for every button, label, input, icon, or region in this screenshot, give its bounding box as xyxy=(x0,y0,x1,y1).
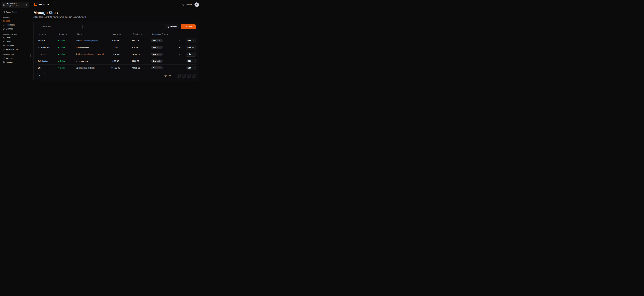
sidebar-item-shareable-links[interactable]: Shareable Links xyxy=(2,48,29,52)
sidebar-item-label: Sites xyxy=(6,20,10,22)
sidebar-resize-handle[interactable] xyxy=(30,54,30,57)
online-status-dot xyxy=(58,40,59,41)
data-in-cell: 12.65 GB xyxy=(112,60,132,62)
ellipsis-icon: ⋯ xyxy=(179,67,181,69)
online-status-dot xyxy=(58,61,59,62)
sidebar-item-users[interactable]: Users xyxy=(2,36,29,40)
sidebar-item-resources[interactable]: Resources xyxy=(2,23,29,27)
user-icon xyxy=(2,40,5,43)
page-size-select[interactable]: 20 xyxy=(37,73,45,78)
sidebar-item-label: API Keys xyxy=(6,57,14,60)
connection-type-version: v1.3.2 xyxy=(157,67,162,69)
sidebar-item-roles[interactable]: Roles xyxy=(2,40,29,44)
refresh-icon xyxy=(167,26,169,28)
site-name-cell: Home Lab xyxy=(38,53,58,55)
edit-label: Edit xyxy=(188,53,191,55)
site-name-cell: Jeff's Laptop xyxy=(38,60,58,62)
site-id-cell: vivacious-little-blue-penguin xyxy=(76,40,112,42)
online-status-label: Online xyxy=(60,40,65,42)
column-header-data-out[interactable]: Data Out xyxy=(132,32,144,36)
previous-page-button[interactable]: ‹ xyxy=(182,74,186,78)
add-site-button[interactable]: Add Site xyxy=(181,24,196,29)
connection-type-cell: Newt v1.3.2 xyxy=(151,46,177,49)
next-page-button[interactable]: › xyxy=(187,74,190,78)
column-label: Data In xyxy=(112,33,118,35)
org-selector-text: Organization milo@fossorial.io's ... xyxy=(6,3,24,7)
section-title-access-control: ACCESS CONTROL xyxy=(2,33,28,35)
edit-button[interactable]: Edit xyxy=(186,52,196,56)
connection-type-name: Newt xyxy=(153,53,156,55)
sidebar-item-sites[interactable]: Sites xyxy=(2,19,29,23)
add-site-label: Add Site xyxy=(186,26,194,28)
column-label: Online xyxy=(59,33,64,35)
column-header-site[interactable]: Site xyxy=(76,32,83,36)
online-status-dot xyxy=(58,47,59,48)
row-menu-button[interactable]: ⋯ xyxy=(178,66,182,70)
sidebar-item-invitations[interactable]: Invitations xyxy=(2,44,29,48)
brand[interactable]: PANGOLIN xyxy=(34,3,49,6)
card-footer: 20 Page 1 of 1 « ‹ › » xyxy=(37,73,196,78)
online-status-label: Online xyxy=(60,46,65,48)
connection-type-version: v1.3.2 xyxy=(157,40,162,42)
sites-card: Refresh Add Site Name xyxy=(34,21,199,81)
app-root: Organization milo@fossorial.io's ... Ser… xyxy=(0,0,202,92)
card-toolbar: Refresh Add Site xyxy=(37,24,196,29)
refresh-label: Refresh xyxy=(170,26,177,28)
sidebar-item-server-admin[interactable]: Server Admin xyxy=(2,10,29,14)
topbar: PANGOLIN System M xyxy=(30,0,202,9)
column-header-data-in[interactable]: Data In xyxy=(112,32,122,36)
connection-type-badge: Newt v1.3.2 xyxy=(151,46,163,49)
site-name-cell: AWS VPC xyxy=(38,40,58,42)
sidebar-item-label: Invitations xyxy=(6,44,14,47)
connection-type-version: v1.3.2 xyxy=(157,60,162,62)
first-page-button[interactable]: « xyxy=(177,74,180,78)
data-in-cell: 534.98 GB xyxy=(112,67,132,69)
column-header-online[interactable]: Online xyxy=(58,32,68,36)
column-header-connection-type[interactable]: Connection Type xyxy=(151,32,169,36)
chevrons-right-icon: » xyxy=(193,75,194,77)
section-title-organization: ORGANIZATION xyxy=(2,54,28,56)
edit-button[interactable]: Edit xyxy=(186,59,196,63)
data-in-cell: 30.12 MB xyxy=(112,40,132,42)
site-status-cell: Online xyxy=(58,40,76,42)
table-row: Home Lab Online dead-san-joaquin-antelop… xyxy=(37,51,196,58)
site-status-cell: Online xyxy=(58,67,76,69)
theme-toggle-button[interactable]: System xyxy=(182,4,192,6)
column-header-name[interactable]: Name xyxy=(38,32,47,36)
row-menu-button[interactable]: ⋯ xyxy=(178,46,182,49)
org-selector[interactable]: Organization milo@fossorial.io's ... xyxy=(2,2,29,8)
grid-icon xyxy=(2,20,5,22)
edit-button[interactable]: Edit xyxy=(186,66,196,70)
arrow-right-icon xyxy=(192,40,194,42)
sidebar-item-settings[interactable]: Settings xyxy=(2,60,29,64)
last-page-button[interactable]: » xyxy=(192,74,196,78)
connection-type-badge: Newt v1.3.2 xyxy=(151,66,163,70)
row-menu-button[interactable]: ⋯ xyxy=(178,59,182,63)
toolbar-actions: Refresh Add Site xyxy=(165,24,196,29)
column-label: Connection Type xyxy=(152,33,166,35)
sidebar-item-domains[interactable]: Domains xyxy=(2,27,29,31)
sort-icon xyxy=(119,33,121,35)
row-menu-button[interactable]: ⋯ xyxy=(178,39,182,42)
data-in-cell: 5.00 MB xyxy=(112,46,132,48)
search-input[interactable] xyxy=(42,26,81,28)
edit-button[interactable]: Edit xyxy=(186,38,196,43)
sidebar-item-label: Users xyxy=(6,36,11,39)
sidebar-item-api-keys[interactable]: API Keys xyxy=(2,56,29,60)
org-selector-value: milo@fossorial.io's ... xyxy=(6,5,24,7)
row-menu-button[interactable]: ⋯ xyxy=(178,52,182,56)
gear-icon xyxy=(2,61,5,63)
key-icon xyxy=(2,57,5,60)
data-out-cell: 3.20 MB xyxy=(132,46,151,48)
edit-button[interactable]: Edit xyxy=(186,45,196,50)
chevron-right-icon: › xyxy=(188,75,189,77)
refresh-button[interactable]: Refresh xyxy=(165,24,179,29)
link-icon xyxy=(2,48,5,50)
sidebar-item-label: Settings xyxy=(6,61,12,63)
user-avatar[interactable]: M xyxy=(194,2,199,7)
online-status-dot xyxy=(58,54,59,55)
online-status-label: Online xyxy=(60,53,65,55)
data-in-cell: 112.42 GB xyxy=(112,53,132,55)
page-subtitle: Allow connectivity to your network throu… xyxy=(34,16,199,18)
page-title: Manage Sites xyxy=(34,10,199,15)
